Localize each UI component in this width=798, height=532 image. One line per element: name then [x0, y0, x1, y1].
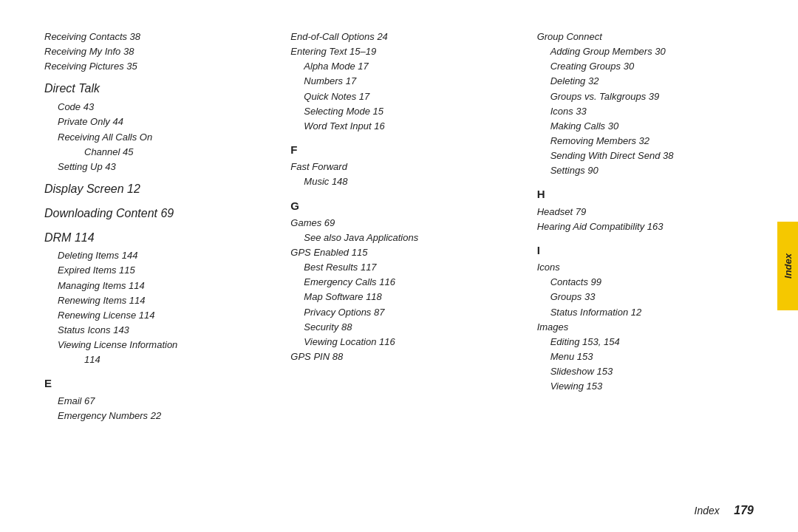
- index-entry: Deleting 32: [537, 74, 768, 89]
- index-entry: I: [537, 242, 768, 259]
- index-entry: See also Java Applications: [290, 231, 522, 245]
- index-entry: Hearing Aid Compatibility 163: [537, 219, 768, 234]
- index-entry: GPS PIN 88: [290, 349, 522, 364]
- index-entry: Music 148: [290, 174, 522, 189]
- index-entry: Email 67: [44, 394, 276, 409]
- index-entry: Status Icons 143: [44, 323, 276, 338]
- index-entry: Icons 33: [537, 104, 768, 119]
- index-entry: Emergency Numbers 22: [44, 409, 276, 423]
- index-entry: Renewing Items 114: [44, 293, 276, 308]
- index-entry: Viewing License Information: [44, 338, 276, 352]
- index-entry: GPS Enabled 115: [290, 245, 522, 260]
- index-entry: Display Screen 12: [44, 180, 276, 199]
- index-entry: Alpha Mode 17: [290, 59, 522, 74]
- index-entry: Quick Notes 17: [290, 89, 522, 104]
- index-entry: Code 43: [44, 100, 276, 115]
- footer-page-number: 179: [734, 504, 754, 516]
- index-entry: Managing Items 114: [44, 279, 276, 293]
- index-entry: Group Connect: [537, 30, 768, 44]
- index-entry: Deleting Items 144: [44, 248, 276, 263]
- index-entry: Best Results 117: [290, 260, 522, 275]
- index-entry: G: [290, 197, 522, 214]
- index-entry: E: [44, 375, 276, 392]
- index-entry: Headset 79: [537, 205, 768, 219]
- index-entry: Channel 45: [44, 145, 276, 160]
- index-entry: Images: [537, 320, 768, 335]
- index-entry: Adding Group Members 30: [537, 44, 768, 59]
- index-entry: Receiving My Info 38: [44, 44, 276, 59]
- index-entry: Expired Items 115: [44, 263, 276, 278]
- index-entry: DRM 114: [44, 229, 276, 248]
- index-entry: F: [290, 141, 522, 158]
- index-entry: Entering Text 15–19: [290, 44, 522, 59]
- index-entry: Sending With Direct Send 38: [537, 149, 768, 163]
- index-entry: Selecting Mode 15: [290, 104, 522, 119]
- index-entry: Downloading Content 69: [44, 205, 276, 223]
- index-entry: Games 69: [290, 216, 522, 231]
- index-entry: Slideshow 153: [537, 364, 768, 379]
- index-entry: Receiving All Calls On: [44, 130, 276, 145]
- index-entry: 114: [44, 352, 276, 367]
- index-entry: Viewing Location 116: [290, 335, 522, 349]
- index-entry: Icons: [537, 260, 768, 275]
- index-entry: Emergency Calls 116: [290, 275, 522, 290]
- index-entry: Privacy Options 87: [290, 305, 522, 320]
- index-entry: Viewing 153: [537, 379, 768, 394]
- index-entry: Security 88: [290, 320, 522, 335]
- footer: Index 179: [695, 504, 754, 517]
- page-content: Receiving Contacts 38Receiving My Info 3…: [0, 0, 798, 532]
- index-entry: Numbers 17: [290, 74, 522, 89]
- index-entry: Status Information 12: [537, 305, 768, 320]
- index-entry: Groups 33: [537, 290, 768, 304]
- index-entry: Creating Groups 30: [537, 59, 768, 74]
- column-3: Group ConnectAdding Group Members 30Crea…: [537, 30, 776, 502]
- index-entry: Renewing License 114: [44, 308, 276, 323]
- index-entry: Map Software 118: [290, 290, 522, 304]
- index-entry: Groups vs. Talkgroups 39: [537, 89, 768, 104]
- index-entry: Menu 153: [537, 349, 768, 364]
- index-entry: Receiving Pictures 35: [44, 59, 276, 74]
- index-entry: Settings 90: [537, 163, 768, 178]
- index-tab: Index: [777, 222, 798, 310]
- index-entry: H: [537, 185, 768, 202]
- index-entry: Editing 153, 154: [537, 335, 768, 349]
- index-entry: Setting Up 43: [44, 160, 276, 174]
- index-entry: Contacts 99: [537, 275, 768, 290]
- index-entry: Direct Talk: [44, 80, 276, 98]
- index-entry: Removing Members 32: [537, 134, 768, 149]
- column-2: End-of-Call Options 24Entering Text 15–1…: [290, 30, 536, 502]
- column-1: Receiving Contacts 38Receiving My Info 3…: [44, 30, 290, 502]
- footer-label: Index: [695, 505, 720, 516]
- index-entry: Making Calls 30: [537, 119, 768, 134]
- index-entry: Private Only 44: [44, 115, 276, 129]
- index-entry: End-of-Call Options 24: [290, 30, 522, 44]
- index-entry: Word Text Input 16: [290, 119, 522, 134]
- index-entry: Receiving Contacts 38: [44, 30, 276, 44]
- index-tab-label: Index: [782, 253, 794, 279]
- index-entry: Fast Forward: [290, 160, 522, 174]
